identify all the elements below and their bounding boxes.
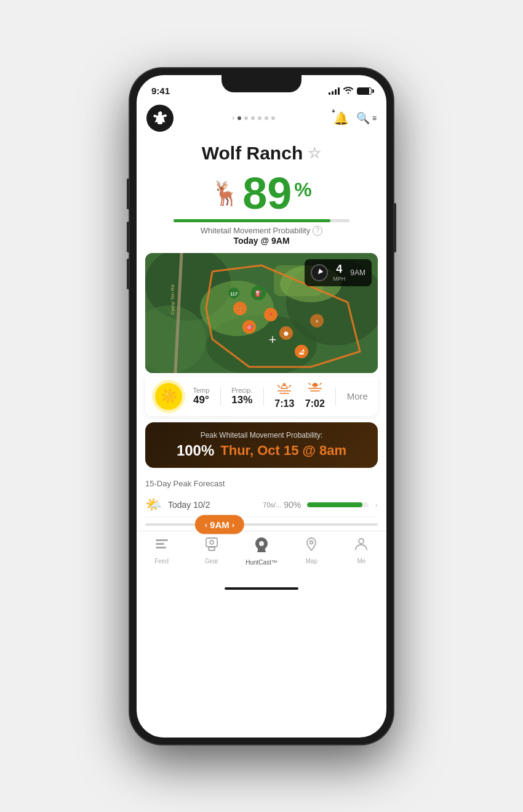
map-section[interactable]: ⛽ 🏹 📍 [145, 253, 378, 373]
me-label: Me [357, 558, 365, 565]
status-icons [329, 86, 372, 95]
me-icon [353, 536, 369, 556]
left-arrow: › [232, 115, 234, 121]
wind-info: 4 MPH [333, 263, 345, 283]
info-icon[interactable]: ? [313, 226, 322, 236]
dot-2 [244, 116, 248, 120]
svg-text:🎯: 🎯 [246, 324, 254, 331]
dot-6 [271, 116, 275, 120]
forecast-chevron: › [375, 500, 378, 510]
forecast-percent: 90% [284, 500, 301, 510]
sunrise-icon [277, 383, 291, 397]
svg-text:+: + [269, 332, 277, 347]
probability-label-text: Whitetail Movement Probability [201, 226, 310, 235]
content-area: Wolf Ranch ☆ 🦌 89 % Whitetail Mo [137, 137, 386, 738]
weather-strip: ☀️ Temp 49° Precip. 13% [145, 377, 378, 416]
nav-item-huntcast[interactable]: HuntCast™ [236, 536, 286, 566]
dot-3 [251, 116, 255, 120]
svg-rect-31 [206, 538, 217, 547]
svg-text:Camp Ten Rd: Camp Ten Rd [170, 284, 175, 315]
divider-1 [220, 387, 221, 406]
temp-label: Temp [193, 387, 209, 394]
svg-point-35 [210, 541, 214, 544]
svg-text:×: × [315, 318, 318, 324]
nav-item-gear[interactable]: Gear [186, 536, 236, 565]
divider-3 [335, 387, 336, 406]
status-time: 9:41 [151, 86, 170, 96]
nav-actions: + 🔔 🔍 ≡ [333, 111, 377, 126]
probability-display: 🦌 89 % [149, 171, 374, 215]
wind-speed: 4 [336, 263, 342, 276]
svg-text:📍: 📍 [268, 312, 274, 318]
bottom-nav: Feed Gear [137, 531, 386, 577]
nav-item-me[interactable]: Me [337, 536, 386, 565]
precip-value: 13% [231, 394, 252, 406]
wind-indicator: ▲ 4 MPH 9AM [305, 259, 372, 286]
time-right-arrow: › [232, 520, 234, 529]
favorite-star[interactable]: ☆ [308, 145, 321, 162]
probability-percent: % [294, 179, 311, 201]
map-nav-label: Map [305, 558, 317, 565]
time-slider[interactable]: ‹ 9AM › [137, 517, 386, 531]
property-title: Wolf Ranch ☆ [149, 143, 374, 164]
sunset-time: 7:02 [305, 398, 325, 409]
forecast-sun-icon: 🌤️ [145, 497, 162, 513]
wifi-icon [343, 86, 353, 95]
time-track[interactable]: ‹ 9AM › [145, 523, 378, 526]
svg-rect-28 [156, 539, 168, 541]
deer-icon [152, 110, 168, 126]
sunset-icon [308, 383, 322, 397]
menu-icon: ≡ [372, 115, 377, 122]
probability-bar-fill [174, 219, 330, 222]
bell-icon: 🔔 [333, 111, 349, 125]
time-thumb-button[interactable]: ‹ 9AM › [195, 515, 244, 534]
time-left-arrow: ‹ [205, 520, 207, 529]
home-indicator [137, 577, 386, 593]
notification-button[interactable]: + 🔔 [333, 111, 349, 126]
svg-text:⛽: ⛽ [255, 289, 263, 297]
probability-section: 🦌 89 % Whitetail Movement Probability ? … [137, 166, 386, 249]
wind-compass: ▲ [311, 264, 328, 281]
sunrise-time: 7:13 [274, 398, 294, 409]
forecast-section: 15-Day Peak Forecast 🌤️ Today 10/2 70s/.… [145, 475, 378, 517]
weather-more-button[interactable]: More [347, 391, 368, 401]
svg-point-36 [259, 541, 264, 546]
property-header: Wolf Ranch ☆ [137, 137, 386, 166]
top-nav: › + 🔔 🔍 ≡ [137, 102, 386, 137]
app-logo[interactable] [146, 105, 174, 132]
nav-item-map[interactable]: Map [287, 536, 337, 565]
forecast-bar [307, 502, 369, 507]
svg-rect-29 [156, 543, 164, 545]
phone-wrapper: 9:41 [0, 0, 523, 812]
home-bar [225, 587, 298, 590]
svg-text:🏕: 🏕 [299, 349, 305, 355]
nav-item-feed[interactable]: Feed [137, 536, 186, 565]
forecast-temp-hidden: 70s/... [263, 501, 281, 509]
svg-text:🏹: 🏹 [237, 306, 243, 312]
probability-time: Today @ 9AM [149, 236, 374, 246]
forecast-row[interactable]: 🌤️ Today 10/2 70s/... 90% › [145, 493, 378, 517]
sun-icon: ☀️ [155, 383, 182, 410]
forecast-title: 15-Day Peak Forecast [145, 475, 378, 493]
wind-time: 9AM [350, 268, 365, 277]
map-background: ⛽ 🏹 📍 [145, 253, 378, 373]
huntcast-icon [253, 536, 270, 557]
search-menu-button[interactable]: 🔍 ≡ [356, 111, 377, 125]
gear-icon [204, 536, 220, 556]
svg-point-37 [310, 541, 313, 544]
plus-badge: + [332, 108, 335, 115]
wind-unit: MPH [333, 276, 345, 283]
probability-value: 89 [242, 171, 292, 215]
feed-label: Feed [154, 558, 169, 565]
dot-4 [258, 116, 262, 120]
deer-green-icon: 🦌 [211, 180, 240, 207]
sunset-item: 7:02 [305, 383, 325, 409]
peak-label: Peak Whitetail Movement Probability: [156, 431, 367, 440]
time-value: 9AM [210, 519, 230, 529]
feed-icon [154, 536, 170, 556]
peak-section: Peak Whitetail Movement Probability: 100… [145, 422, 378, 468]
sunrise-item: 7:13 [274, 383, 294, 409]
peak-date: Thur, Oct 15 @ 8am [220, 443, 346, 459]
property-name: Wolf Ranch [202, 143, 303, 164]
notch [222, 75, 301, 92]
